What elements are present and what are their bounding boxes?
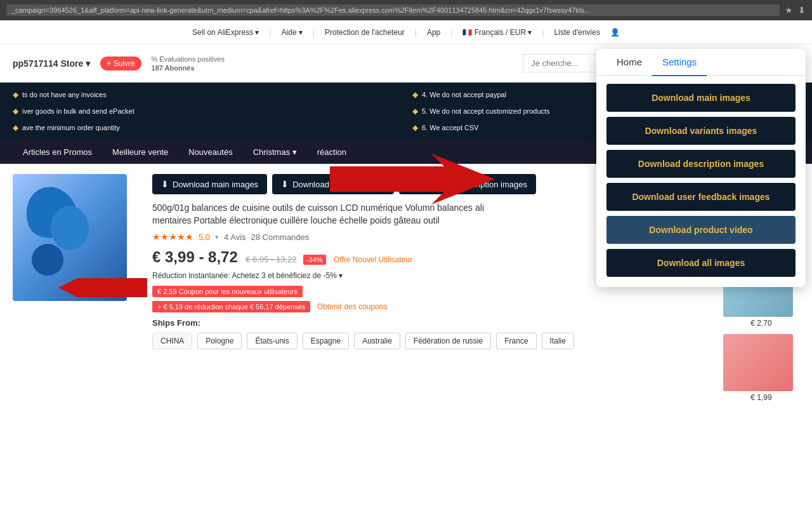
rating-number: 5.0 bbox=[199, 232, 210, 242]
nav-protection[interactable]: Protection de l'acheteur bbox=[325, 28, 405, 37]
main-price: € 3,99 - 8,72 bbox=[152, 248, 238, 265]
rating-arrow[interactable]: ▾ bbox=[215, 233, 219, 241]
popup-download-user-feedback-images[interactable]: Download user feedback images bbox=[606, 183, 796, 211]
tab-settings[interactable]: Settings bbox=[652, 49, 707, 76]
product-title: 500g/01g balances de cuisine outils de c… bbox=[152, 202, 520, 227]
popup-download-main-images[interactable]: Download main images bbox=[606, 84, 796, 112]
new-user-badge: Offre Nouvel Utilisateur bbox=[334, 255, 412, 264]
nav-user[interactable]: 👤 bbox=[610, 28, 620, 37]
popup-download-description-images[interactable]: Download description images bbox=[606, 150, 796, 178]
star-icon: ★ bbox=[785, 5, 793, 15]
nav-app[interactable]: App bbox=[427, 28, 440, 37]
product-image-column bbox=[13, 174, 140, 498]
nav-sell[interactable]: Sell on AliExpress ▾ bbox=[192, 28, 259, 37]
nav-nouveautes[interactable]: Nouveautés bbox=[178, 140, 242, 164]
popup-buttons: Download main images Download variants i… bbox=[596, 76, 806, 277]
country-pologne[interactable]: Pologne bbox=[197, 333, 242, 349]
order-count: 28 Commandes bbox=[251, 232, 310, 242]
info-item-3: ◆ iver goods in bulk and send ePacket bbox=[13, 104, 400, 118]
country-russie[interactable]: Fédération de russie bbox=[405, 333, 491, 349]
nav-aide[interactable]: Aide ▾ bbox=[282, 28, 303, 37]
nav-christmas[interactable]: Christmas ▾ bbox=[243, 140, 307, 164]
coupon-tag-2[interactable]: + € 5,19 de réduction chaque € 56,17 dép… bbox=[152, 301, 310, 312]
info-item-1: ◆ ts do not have any invoices bbox=[13, 88, 400, 102]
stars: ★★★★★ bbox=[152, 232, 193, 242]
rec-item-3[interactable]: € 1,99 bbox=[723, 334, 799, 402]
nav-promos[interactable]: Articles en Promos bbox=[13, 140, 102, 164]
page: Sell on AliExpress ▾ | Aide ▾ | Protecti… bbox=[0, 20, 812, 508]
coupon-tag-1[interactable]: € 2,59 Coupon pour les nouveaux utilisat… bbox=[152, 286, 303, 297]
country-china[interactable]: CHINA bbox=[152, 333, 192, 349]
ships-from-label: Ships From: bbox=[152, 318, 710, 328]
nav-flag[interactable]: 🇫🇷 Français / EUR ▾ bbox=[462, 28, 532, 37]
diamond-icon-6: ◆ bbox=[412, 123, 418, 132]
country-etats-unis[interactable]: États-unis bbox=[247, 333, 297, 349]
popup-tabs: Home Settings bbox=[596, 49, 806, 76]
diamond-icon-2: ◆ bbox=[412, 90, 418, 99]
svg-marker-0 bbox=[330, 154, 495, 204]
original-price: € 6,05 - 13,22 bbox=[246, 255, 296, 264]
store-subscribers: 187 Abonnés bbox=[152, 64, 225, 72]
url-bar[interactable]: _campaign=3964526_1&aff_platform=api-new… bbox=[6, 4, 780, 16]
red-arrow-to-popup bbox=[330, 154, 495, 204]
top-nav: Sell on AliExpress ▾ | Aide ▾ | Protecti… bbox=[0, 20, 812, 44]
coupon-row-2: + € 5,19 de réduction chaque € 56,17 dép… bbox=[152, 300, 710, 312]
popup-download-all-images[interactable]: Download all images bbox=[606, 249, 796, 277]
nav-meilleure[interactable]: Meilleure vente bbox=[102, 140, 178, 164]
rec-price-2: € 2,70 bbox=[723, 319, 799, 328]
country-buttons: CHINA Pologne États-unis Espagne Austral… bbox=[152, 333, 710, 349]
rec-image-3 bbox=[723, 334, 793, 391]
diamond-icon-1: ◆ bbox=[13, 90, 18, 99]
download-icon-1: ⬇ bbox=[161, 179, 169, 189]
follow-button[interactable]: + Suivre bbox=[100, 57, 141, 70]
review-count: 4 Avis bbox=[224, 232, 246, 242]
info-item-5: ◆ ave the minimum order quantity bbox=[13, 121, 400, 135]
discount-badge: -34% bbox=[303, 255, 326, 265]
nav-wishlist[interactable]: Liste d'envies bbox=[554, 28, 600, 37]
country-france[interactable]: France bbox=[496, 333, 536, 349]
red-arrow-left bbox=[58, 272, 147, 304]
store-evaluations: % Évaluations positives bbox=[152, 55, 225, 63]
country-espagne[interactable]: Espagne bbox=[303, 333, 349, 349]
diamond-icon-3: ◆ bbox=[13, 107, 18, 116]
download-icon[interactable]: ⬇ bbox=[798, 5, 806, 15]
store-name[interactable]: pp5717114 Store ▾ bbox=[13, 58, 90, 69]
popup-panel: Home Settings Download main images Downl… bbox=[596, 49, 806, 287]
svg-marker-1 bbox=[58, 272, 147, 304]
country-australie[interactable]: Australie bbox=[354, 333, 400, 349]
download-icon-2: ⬇ bbox=[281, 179, 289, 189]
download-main-images-btn[interactable]: ⬇ Download main images bbox=[152, 174, 267, 194]
coupon-link[interactable]: Obtenir des coupons bbox=[317, 302, 388, 311]
diamond-icon-5: ◆ bbox=[13, 123, 18, 132]
rec-price-3: € 1,99 bbox=[723, 393, 799, 402]
tab-home[interactable]: Home bbox=[606, 49, 652, 76]
country-italie[interactable]: Italie bbox=[542, 333, 574, 349]
browser-bar: _campaign=3964526_1&aff_platform=api-new… bbox=[0, 0, 812, 20]
diamond-icon-4: ◆ bbox=[412, 107, 418, 116]
popup-download-variants-images[interactable]: Download variants images bbox=[606, 117, 796, 145]
popup-download-product-video[interactable]: Download product video bbox=[606, 216, 796, 244]
